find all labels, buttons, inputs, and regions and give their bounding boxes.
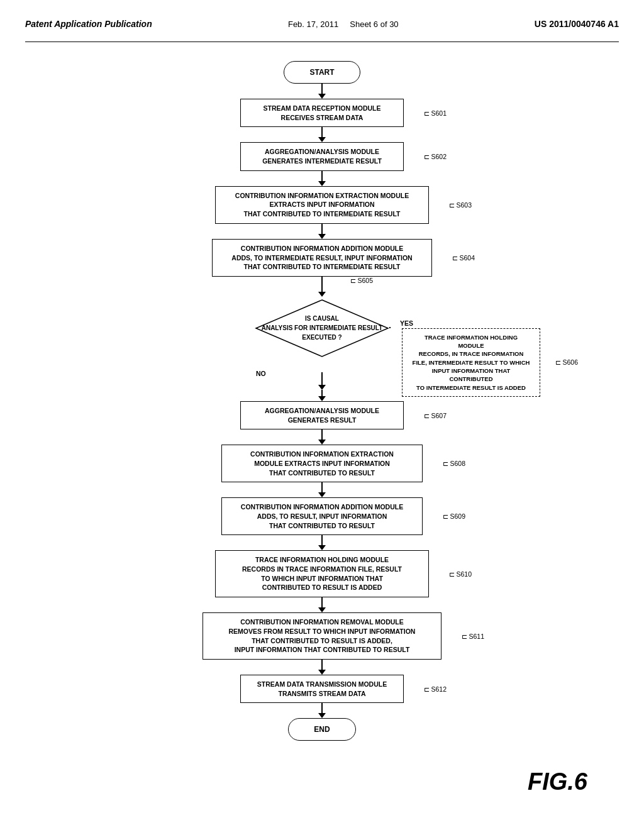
- step-s601-container: STREAM DATA RECEPTION MODULE RECEIVES ST…: [240, 99, 404, 127]
- s607-line2: GENERATES RESULT: [250, 416, 394, 425]
- step-s611-box: CONTRIBUTION INFORMATION REMOVAL MODULE …: [203, 612, 441, 660]
- arrow-6: [318, 429, 326, 445]
- step-s604-box: CONTRIBUTION INFORMATION ADDITION MODULE…: [212, 239, 432, 277]
- s610-line3: TO WHICH INPUT INFORMATION THAT: [225, 574, 419, 584]
- arrow-8: [318, 535, 326, 550]
- step-s608-box: CONTRIBUTION INFORMATION EXTRACTION MODU…: [221, 445, 423, 482]
- s605-pre-label: ⊏S605: [350, 277, 373, 284]
- diamond-column: IS CAUSAL ANALYSIS FOR INTERMEDIATE RESU…: [253, 297, 391, 390]
- s606-line5: TO INTERMEDIATE RESULT IS ADDED: [412, 384, 530, 392]
- svg-text:EXECUTED ?: EXECUTED ?: [302, 334, 341, 341]
- no-path: [318, 372, 326, 390]
- arrow-2: [318, 171, 326, 186]
- s610-label: ⊏S610: [449, 570, 472, 578]
- no-label: NO: [256, 370, 266, 377]
- s601-line2: RECEIVES STREAM DATA: [250, 113, 394, 123]
- s608-line3: THAT CONTRIBUTED TO RESULT: [231, 468, 413, 478]
- s608-line1: CONTRIBUTION INFORMATION EXTRACTION: [231, 450, 413, 459]
- s609-line2: ADDS, TO RESULT, INPUT INFORMATION: [231, 512, 413, 521]
- s602-label: ⊏S602: [424, 153, 447, 160]
- flowchart: START STREAM DATA RECEPTION MODULE RECEI…: [25, 61, 619, 741]
- s606-line3: FILE, INTERMEDIATE RESULT TO WHICH: [412, 358, 530, 367]
- s609-line1: CONTRIBUTION INFORMATION ADDITION MODULE: [231, 502, 413, 512]
- arrow-3: [318, 224, 326, 239]
- s604-line1: CONTRIBUTION INFORMATION ADDITION MODULE: [222, 244, 422, 253]
- arrow-4: ⊏S605: [318, 277, 326, 297]
- s610-line1: TRACE INFORMATION HOLDING MODULE: [225, 555, 419, 565]
- s608-line2: MODULE EXTRACTS INPUT INFORMATION: [231, 459, 413, 468]
- diamond-svg: IS CAUSAL ANALYSIS FOR INTERMEDIATE RESU…: [253, 297, 391, 360]
- publication-label: Patent Application Publication: [25, 19, 152, 29]
- s610-line4: CONTRIBUTED TO RESULT IS ADDED: [225, 583, 419, 592]
- s603-line1: CONTRIBUTION INFORMATION EXTRACTION MODU…: [225, 191, 419, 201]
- step-s602-box: AGGREGATION/ANALYSIS MODULE GENERATES IN…: [240, 142, 404, 170]
- step-s609-box: CONTRIBUTION INFORMATION ADDITION MODULE…: [221, 497, 423, 535]
- s603-line3: THAT CONTRIBUTED TO INTERMEDIATE RESULT: [225, 209, 419, 219]
- s610-line2: RECORDS IN TRACE INFORMATION FILE, RESUL…: [225, 565, 419, 574]
- end-oval: END: [288, 718, 355, 741]
- s611-line2: REMOVES FROM RESULT TO WHICH INPUT INFOR…: [213, 627, 431, 636]
- yes-label: YES: [400, 319, 413, 327]
- s612-label: ⊏S612: [424, 685, 447, 693]
- s609-line3: THAT CONTRIBUTED TO RESULT: [231, 521, 413, 531]
- s607-line1: AGGREGATION/ANALYSIS MODULE: [250, 406, 394, 416]
- sheet-info: Sheet 6 of 30: [350, 19, 398, 29]
- s602-line1: AGGREGATION/ANALYSIS MODULE: [250, 147, 394, 157]
- step-s606-container: TRACE INFORMATION HOLDING MODULE RECORDS…: [402, 328, 540, 397]
- s603-label: ⊏S603: [449, 201, 472, 209]
- patent-number: US 2011/0040746 A1: [535, 19, 619, 29]
- arrow-1: [318, 127, 326, 142]
- arrow-9: [318, 597, 326, 612]
- arrow-10: [318, 660, 326, 675]
- step-s612-box: STREAM DATA TRANSMISSION MODULE TRANSMIT…: [240, 675, 404, 703]
- step-s607-box: AGGREGATION/ANALYSIS MODULE GENERATES RE…: [240, 401, 404, 429]
- step-s606-box: TRACE INFORMATION HOLDING MODULE RECORDS…: [402, 328, 540, 397]
- s601-label: ⊏S601: [424, 109, 447, 117]
- s611-line3: THAT CONTRIBUTED TO RESULT IS ADDED,: [213, 636, 431, 646]
- s604-line3: THAT CONTRIBUTED TO INTERMEDIATE RESULT: [222, 262, 422, 272]
- figure-label: FIG.6: [528, 768, 587, 795]
- s609-label: ⊏S609: [443, 512, 465, 520]
- s605-section: IS CAUSAL ANALYSIS FOR INTERMEDIATE RESU…: [25, 297, 619, 390]
- s601-line1: STREAM DATA RECEPTION MODULE: [250, 104, 394, 113]
- start-node: START: [284, 61, 360, 84]
- s608-label: ⊏S608: [443, 460, 465, 467]
- yes-branch: TRACE INFORMATION HOLDING MODULE RECORDS…: [389, 327, 540, 397]
- publication-date: Feb. 17, 2011: [288, 19, 338, 29]
- step-s603-container: CONTRIBUTION INFORMATION EXTRACTION MODU…: [215, 186, 429, 224]
- end-label: END: [314, 725, 330, 734]
- s611-label: ⊏S611: [462, 633, 484, 640]
- s606-line2: RECORDS, IN TRACE INFORMATION: [412, 350, 530, 358]
- arrowhead: [318, 94, 326, 99]
- step-s604-container: CONTRIBUTION INFORMATION ADDITION MODULE…: [212, 239, 432, 277]
- step-s601-box: STREAM DATA RECEPTION MODULE RECEIVES ST…: [240, 99, 404, 127]
- arrow-7: [318, 482, 326, 497]
- page-header: Patent Application Publication Feb. 17, …: [25, 13, 619, 42]
- s612-line1: STREAM DATA TRANSMISSION MODULE: [250, 680, 394, 689]
- arrow-5: [318, 390, 326, 401]
- s611-line4: INPUT INFORMATION THAT CONTRIBUTED TO RE…: [213, 645, 431, 655]
- step-s603-box: CONTRIBUTION INFORMATION EXTRACTION MODU…: [215, 186, 429, 224]
- step-s611-container: CONTRIBUTION INFORMATION REMOVAL MODULE …: [203, 612, 441, 660]
- step-s607-container: AGGREGATION/ANALYSIS MODULE GENERATES RE…: [240, 401, 404, 429]
- svg-text:ANALYSIS FOR INTERMEDIATE RESU: ANALYSIS FOR INTERMEDIATE RESULT: [262, 324, 383, 331]
- s604-label: ⊏S604: [452, 254, 475, 262]
- date-sheet-info: Feb. 17, 2011 Sheet 6 of 30: [288, 19, 399, 29]
- svg-text:IS CAUSAL: IS CAUSAL: [305, 315, 339, 322]
- arrow-line: [321, 84, 323, 94]
- s602-line2: GENERATES INTERMEDIATE RESULT: [250, 157, 394, 166]
- step-s608-container: CONTRIBUTION INFORMATION EXTRACTION MODU…: [221, 445, 423, 482]
- start-label: START: [309, 68, 334, 77]
- page: Patent Application Publication Feb. 17, …: [0, 0, 644, 830]
- step-s610-box: TRACE INFORMATION HOLDING MODULE RECORDS…: [215, 550, 429, 597]
- arrow-0: [318, 84, 326, 99]
- s605-diamond: IS CAUSAL ANALYSIS FOR INTERMEDIATE RESU…: [253, 297, 391, 360]
- s606-line4: INPUT INFORMATION THAT CONTRIBUTED: [412, 367, 530, 384]
- s604-line2: ADDS, TO INTERMEDIATE RESULT, INPUT INFO…: [222, 253, 422, 263]
- step-s602-container: AGGREGATION/ANALYSIS MODULE GENERATES IN…: [240, 142, 404, 170]
- s607-label: ⊏S607: [424, 412, 447, 419]
- s606-label: ⊏S606: [555, 358, 578, 366]
- start-oval: START: [284, 61, 360, 84]
- s611-line1: CONTRIBUTION INFORMATION REMOVAL MODULE: [213, 617, 431, 627]
- arrow-11: [318, 703, 326, 718]
